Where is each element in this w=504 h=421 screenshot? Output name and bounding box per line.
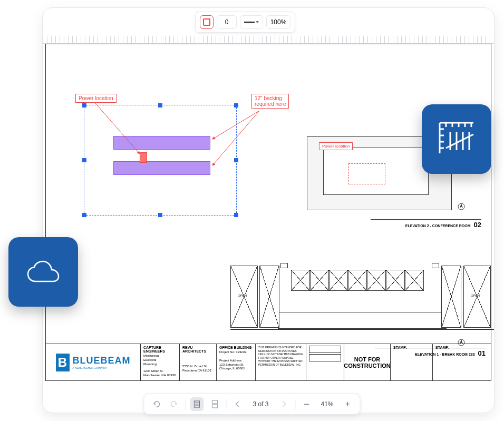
- grid-tile[interactable]: [422, 104, 491, 174]
- page-view-continuous[interactable]: [208, 397, 221, 411]
- tv-outline: [348, 163, 385, 184]
- annotation-power-location[interactable]: Power location: [75, 94, 117, 103]
- kitchen-elevation: OPEN OPEN: [230, 260, 494, 339]
- drawing-page[interactable]: Power location 12" backing required here…: [45, 44, 491, 381]
- resize-handle[interactable]: [82, 158, 86, 162]
- revision-block: [306, 344, 344, 380]
- elevation-2-label: ELEVATION 2 - CONFERENCE ROOM 02: [371, 219, 481, 229]
- elevation-2-text: ELEVATION 2 - CONFERENCE ROOM: [405, 224, 471, 228]
- shape-rect-2[interactable]: [113, 161, 210, 175]
- stamp-block-1: STAMP:: [391, 344, 433, 380]
- resize-handle[interactable]: [158, 213, 162, 217]
- zoom-out-button[interactable]: −: [300, 397, 314, 411]
- prev-page-button[interactable]: [230, 397, 244, 411]
- north-arrow-icon: [457, 202, 466, 213]
- open-label: OPEN: [238, 294, 247, 297]
- shape-rect-1[interactable]: [113, 136, 210, 150]
- rectangle-icon: [203, 18, 210, 26]
- elevation-2-num: 02: [474, 221, 481, 229]
- logo-text: BLUEBEAM: [73, 355, 131, 366]
- next-page-button[interactable]: [277, 397, 291, 411]
- ruler: [43, 36, 494, 44]
- logo: B BLUEBEAM A NEMETSCHEK COMPANY: [46, 344, 141, 380]
- resize-handle[interactable]: [234, 103, 238, 107]
- logo-subtitle: A NEMETSCHEK COMPANY: [73, 366, 131, 369]
- page-single-icon: [192, 400, 201, 408]
- open-label: OPEN: [471, 294, 480, 297]
- selection-box[interactable]: [84, 105, 237, 216]
- resize-handle[interactable]: [82, 103, 86, 107]
- page-view-single[interactable]: [190, 397, 203, 411]
- undo-button[interactable]: [149, 397, 163, 411]
- grid-tally-icon: [437, 121, 477, 158]
- page-continuous-icon: [210, 400, 219, 408]
- disclaimer-block: THIS DRAWING IS INTENDED FOR DEMONSTRATI…: [256, 344, 306, 380]
- annotation-power-2[interactable]: Power location: [319, 142, 353, 150]
- architects-block: REVU ARCHITECTS 5555 N. Broad St Pasaden…: [180, 344, 217, 380]
- app-window: Power location 12" backing required here…: [42, 7, 495, 413]
- resize-handle[interactable]: [234, 213, 238, 217]
- resize-handle[interactable]: [158, 103, 162, 107]
- zoom-display[interactable]: 100%: [266, 15, 290, 29]
- minus-icon: −: [304, 399, 309, 410]
- rectangle-tool[interactable]: [200, 15, 214, 29]
- stamp-block-2: STAMP:: [433, 344, 475, 380]
- zoom-in-button[interactable]: +: [341, 397, 355, 411]
- resize-handle[interactable]: [234, 158, 238, 162]
- svg-rect-10: [212, 400, 217, 404]
- shape-marker[interactable]: [140, 152, 147, 163]
- plus-icon: +: [345, 399, 350, 409]
- cloud-icon: [26, 260, 61, 283]
- title-block: B BLUEBEAM A NEMETSCHEK COMPANY CAPTURE …: [46, 344, 491, 380]
- bottom-toolbar: 3 of 3 − 41% +: [143, 394, 360, 415]
- chevron-left-icon: [235, 401, 240, 407]
- svg-rect-11: [212, 405, 217, 408]
- annotation-backing[interactable]: 12" backing required here: [251, 94, 289, 109]
- resize-handle[interactable]: [82, 213, 86, 217]
- zoom-percentage: 41%: [318, 400, 337, 408]
- project-block: OFFICE BUILDING Project No: 323232 Proje…: [217, 344, 256, 380]
- chevron-down-icon: [256, 21, 259, 23]
- not-for-construction: NOT FOR CONSTRUCTION: [344, 344, 391, 380]
- cloud-tile[interactable]: [8, 237, 78, 307]
- page-counter: 3 of 3: [248, 400, 273, 408]
- line-style-dropdown[interactable]: [240, 15, 263, 29]
- undo-icon: [152, 400, 160, 408]
- redo-button[interactable]: [167, 397, 181, 411]
- chevron-right-icon: [282, 401, 287, 407]
- top-toolbar: 100%: [195, 12, 295, 33]
- redo-icon: [170, 400, 178, 408]
- line-width-input[interactable]: [217, 15, 237, 29]
- engineers-block: CAPTURE ENGINEERS Mechanical Electrical …: [141, 344, 180, 380]
- line-sample-icon: [244, 22, 255, 23]
